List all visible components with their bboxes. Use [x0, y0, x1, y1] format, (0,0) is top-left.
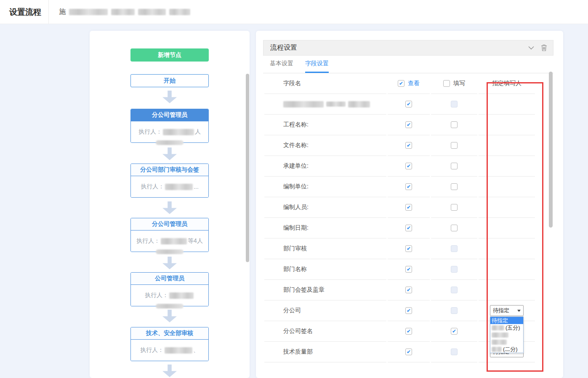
executor-suffix: 等4人 [188, 237, 203, 245]
executor-suffix: 人 [195, 128, 201, 136]
flow-node[interactable]: 分公司部门审核与会签 执行人： ... [130, 164, 209, 198]
flow-node[interactable]: 分公司管理员 执行人： 等4人 [130, 218, 209, 252]
field-name: 技术质量部 [283, 348, 313, 356]
view-checkbox[interactable] [405, 163, 412, 169]
workflow-panel: 新增节点 开始 分公司管理员 执行人： 人 分公司部门审核与会签 执行人： ..… [90, 31, 250, 378]
option-suffix: (五分) [506, 324, 520, 332]
fill-checkbox[interactable] [451, 307, 458, 314]
view-checkbox[interactable] [405, 101, 412, 107]
table-row [264, 94, 538, 115]
workflow-scrollbar[interactable] [246, 74, 249, 262]
fill-checkbox[interactable] [451, 101, 458, 107]
dropdown-option[interactable]: 待指定 [490, 317, 523, 324]
redacted-text [348, 101, 370, 107]
dropdown-option[interactable]: (五分) [490, 324, 523, 331]
dropdown-option[interactable]: (二分) [490, 346, 523, 353]
fill-checkbox[interactable] [451, 225, 458, 231]
redacted-text [326, 102, 346, 107]
redacted-text [165, 184, 193, 190]
flow-node-executor: 执行人： [131, 285, 208, 306]
assign-filler-select[interactable]: 待指定 [490, 305, 524, 316]
redacted-text [161, 238, 187, 244]
dropdown-option[interactable] [490, 338, 523, 346]
panel-header: 流程设置 [263, 40, 553, 56]
view-all-checkbox[interactable] [398, 80, 404, 87]
field-name: 承建单位: [283, 162, 309, 170]
field-name: 文件名称: [283, 142, 309, 149]
table-header-row: 字段名 查看 填写 指定填写人 [264, 73, 538, 94]
process-settings-panel: 流程设置 基本设置 字段设置 [263, 40, 553, 73]
table-row: 部门会签及盖章 [264, 280, 538, 300]
table-row: 编制人员: [264, 197, 538, 218]
fill-all-checkbox[interactable] [443, 80, 450, 87]
flow-node-executor: 执行人： 人 [131, 121, 208, 142]
flow-arrow-icon [162, 310, 177, 322]
flow-node-start[interactable]: 开始 [130, 74, 209, 87]
redacted-text [111, 9, 135, 15]
redacted-text [492, 325, 504, 330]
table-row: 部门名称 [264, 259, 538, 280]
col-fill-label: 填写 [453, 80, 465, 87]
view-checkbox[interactable] [405, 328, 412, 335]
redacted-text [283, 101, 324, 107]
fill-checkbox[interactable] [451, 287, 458, 293]
flow-node[interactable]: 分公司管理员 执行人： 人 [130, 109, 209, 143]
fill-checkbox[interactable] [451, 142, 458, 149]
flow-node[interactable]: 公司管理员 执行人： [130, 272, 209, 306]
flow-node[interactable]: 技术、安全部审核 执行人： 、 [130, 327, 209, 361]
col-field-name: 字段名 [283, 80, 301, 87]
executor-label: 执行人： [145, 292, 168, 299]
flow-node-title: 分公司管理员 [131, 109, 208, 121]
redacted-text [169, 9, 190, 15]
fill-checkbox[interactable] [451, 121, 458, 128]
flow-node-executor: 执行人： ... [131, 176, 208, 197]
view-checkbox[interactable] [405, 225, 412, 231]
view-checkbox[interactable] [405, 245, 412, 252]
field-name: 部门会签及盖章 [283, 286, 325, 294]
view-checkbox[interactable] [405, 142, 412, 149]
fill-checkbox[interactable] [451, 183, 458, 190]
table-row [264, 362, 538, 368]
document-title: 施 [59, 8, 190, 16]
flow-node-title: 分公司管理员 [131, 218, 208, 231]
field-name: 部门名称 [283, 265, 307, 273]
view-checkbox[interactable] [405, 121, 412, 128]
add-node-button[interactable]: 新增节点 [130, 48, 209, 62]
executor-suffix: ... [194, 183, 199, 190]
tab-field-settings[interactable]: 字段设置 [305, 56, 329, 73]
flow-node-executor: 执行人： 等4人 [131, 231, 208, 252]
view-checkbox[interactable] [405, 307, 412, 314]
redacted-text [492, 332, 508, 338]
flow-node-title: 技术、安全部审核 [131, 327, 208, 340]
redacted-text [492, 347, 502, 352]
field-name: 分公司签名 [283, 327, 313, 335]
view-checkbox[interactable] [405, 266, 412, 273]
field-name: 工程名称: [283, 121, 309, 129]
trash-icon[interactable] [541, 44, 547, 51]
view-checkbox[interactable] [405, 349, 412, 355]
view-checkbox[interactable] [405, 287, 412, 293]
executor-label: 执行人： [140, 346, 164, 354]
field-name: 部门审核 [283, 245, 307, 252]
redacted-tag [156, 304, 184, 308]
option-suffix: (二分) [503, 346, 518, 353]
panel-title: 流程设置 [270, 43, 297, 52]
dropdown-option[interactable] [490, 331, 523, 338]
view-checkbox[interactable] [405, 183, 412, 190]
field-name: 编制单位: [283, 183, 309, 190]
fill-checkbox[interactable] [451, 266, 458, 273]
tab-basic-settings[interactable]: 基本设置 [270, 56, 293, 73]
fill-checkbox[interactable] [451, 349, 458, 355]
divider [48, 0, 49, 24]
fill-checkbox[interactable] [451, 204, 458, 211]
chevron-down-icon[interactable] [528, 46, 534, 50]
executor-suffix: 、 [193, 346, 199, 354]
fill-checkbox[interactable] [451, 328, 458, 335]
fill-checkbox[interactable] [451, 163, 458, 169]
redacted-text [165, 347, 192, 354]
view-checkbox[interactable] [405, 204, 412, 211]
fill-checkbox[interactable] [451, 245, 458, 252]
flow-arrow-icon [162, 365, 177, 377]
col-view-label[interactable]: 查看 [408, 80, 420, 87]
table-scrollbar[interactable] [549, 72, 553, 228]
